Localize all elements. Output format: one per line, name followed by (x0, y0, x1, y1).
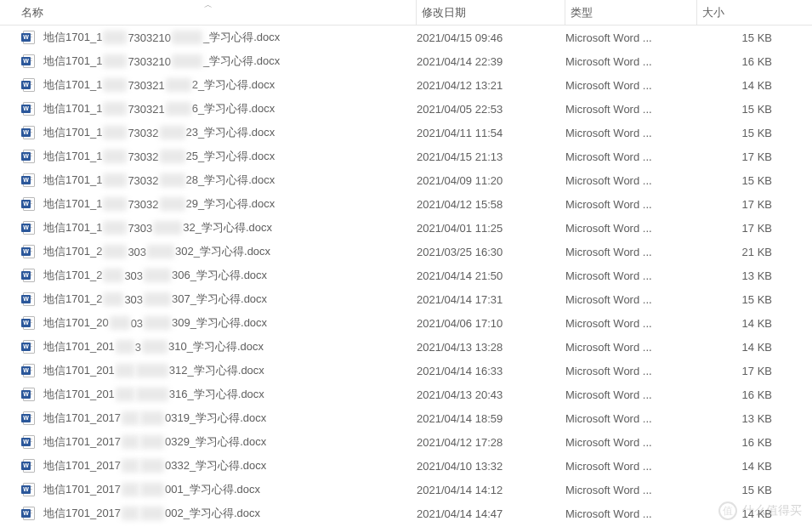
file-row[interactable]: W地信1701_17303210_学习心得.docx2021/04/15 09:… (0, 26, 812, 49)
file-row[interactable]: W地信1701_2303307_学习心得.docx2021/04/14 17:3… (0, 287, 812, 311)
column-header-date[interactable]: 修改日期 (417, 0, 565, 25)
file-size-cell: 15 KB (697, 31, 791, 44)
file-row[interactable]: W地信1701_2303306_学习心得.docx2021/04/14 21:5… (0, 264, 812, 287)
file-name-cell[interactable]: W地信1701_20170319_学习心得.docx (0, 411, 417, 426)
file-row[interactable]: W地信1701_17303225_学习心得.docx2021/04/15 21:… (0, 144, 812, 168)
file-size-cell: 17 KB (697, 365, 791, 377)
file-name-cell[interactable]: W地信1701_2303307_学习心得.docx (0, 292, 417, 307)
word-document-icon: W (21, 78, 35, 92)
file-row[interactable]: W地信1701_17303210_学习心得.docx2021/04/14 22:… (0, 49, 812, 73)
word-document-icon: W (21, 150, 35, 163)
file-name: 地信1701_17303229_学习心得.docx (43, 196, 275, 212)
file-date-cell: 2021/04/14 16:33 (417, 365, 565, 377)
file-type-cell: Microsoft Word ... (565, 174, 697, 187)
file-name-cell[interactable]: W地信1701_20170329_学习心得.docx (0, 434, 417, 450)
file-row[interactable]: W地信1701_20170329_学习心得.docx2021/04/12 17:… (0, 430, 812, 454)
file-name-cell[interactable]: W地信1701_17303212_学习心得.docx (0, 77, 417, 93)
word-document-icon: W (21, 54, 35, 68)
file-type-cell: Microsoft Word ... (565, 150, 697, 163)
file-size-cell: 15 KB (697, 103, 791, 116)
file-name: 地信1701_17303216_学习心得.docx (43, 101, 275, 116)
file-name-cell[interactable]: W地信1701_17303229_学习心得.docx (0, 196, 417, 212)
file-size-cell: 21 KB (697, 246, 791, 258)
word-document-icon: W (21, 507, 35, 520)
file-name-cell[interactable]: W地信1701_17303216_学习心得.docx (0, 101, 417, 116)
file-name-cell[interactable]: W地信1701_17303225_学习心得.docx (0, 149, 417, 164)
file-row[interactable]: W地信1701_2003309_学习心得.docx2021/04/06 17:1… (0, 311, 812, 335)
word-document-icon: W (21, 102, 35, 116)
file-name-cell[interactable]: W地信1701_2017001_学习心得.docx (0, 482, 417, 497)
file-date-cell: 2021/04/06 17:10 (417, 317, 565, 330)
file-name-cell[interactable]: W地信1701_201316_学习心得.docx (0, 387, 417, 402)
file-row[interactable]: W地信1701_2017001_学习心得.docx2021/04/14 14:1… (0, 478, 812, 502)
file-row[interactable]: W地信1701_17303216_学习心得.docx2021/04/05 22:… (0, 97, 812, 121)
file-size-cell: 14 KB (697, 341, 791, 354)
file-name-cell[interactable]: W地信1701_2303306_学习心得.docx (0, 268, 417, 283)
file-name: 地信1701_201312_学习心得.docx (43, 363, 264, 378)
file-row[interactable]: W地信1701_2017002_学习心得.docx2021/04/14 14:4… (0, 502, 812, 525)
file-row[interactable]: W地信1701_20170332_学习心得.docx2021/04/10 13:… (0, 454, 812, 478)
file-name-cell[interactable]: W地信1701_17303210_学习心得.docx (0, 30, 417, 45)
file-name-cell[interactable]: W地信1701_17303228_学习心得.docx (0, 173, 417, 188)
file-name: 地信1701_17303210_学习心得.docx (43, 54, 280, 69)
file-size-cell: 16 KB (697, 55, 791, 68)
file-name-cell[interactable]: W地信1701_17303223_学习心得.docx (0, 125, 417, 140)
file-date-cell: 2021/04/13 13:28 (417, 341, 565, 354)
column-header-size-label: 大小 (702, 5, 724, 20)
file-name-cell[interactable]: W地信1701_1730332_学习心得.docx (0, 220, 417, 235)
word-document-icon: W (21, 245, 35, 258)
word-document-icon: W (21, 292, 35, 306)
file-name-cell[interactable]: W地信1701_201312_学习心得.docx (0, 363, 417, 378)
file-name-cell[interactable]: W地信1701_17303210_学习心得.docx (0, 54, 417, 69)
file-row[interactable]: W地信1701_1730332_学习心得.docx2021/04/01 11:2… (0, 216, 812, 240)
file-name-cell[interactable]: W地信1701_2303302_学习心得.docx (0, 244, 417, 259)
word-document-icon: W (21, 31, 35, 44)
file-type-cell: Microsoft Word ... (565, 460, 697, 473)
file-name-cell[interactable]: W地信1701_2017002_学习心得.docx (0, 506, 417, 521)
file-name-cell[interactable]: W地信1701_2013310_学习心得.docx (0, 339, 417, 354)
file-type-cell: Microsoft Word ... (565, 388, 697, 401)
file-row[interactable]: W地信1701_201312_学习心得.docx2021/04/14 16:33… (0, 359, 812, 382)
file-date-cell: 2021/04/11 11:54 (417, 127, 565, 139)
file-name: 地信1701_1730332_学习心得.docx (43, 220, 272, 235)
file-row[interactable]: W地信1701_201316_学习心得.docx2021/04/13 20:43… (0, 382, 812, 406)
file-row[interactable]: W地信1701_2303302_学习心得.docx2021/03/25 16:3… (0, 240, 812, 264)
column-header-size[interactable]: 大小 (697, 0, 791, 25)
column-header-name[interactable]: 名称 ︿ (0, 0, 417, 25)
file-type-cell: Microsoft Word ... (565, 507, 697, 520)
file-size-cell: 15 KB (697, 293, 791, 306)
file-type-cell: Microsoft Word ... (565, 79, 697, 92)
file-row[interactable]: W地信1701_2013310_学习心得.docx2021/04/13 13:2… (0, 335, 812, 359)
file-date-cell: 2021/04/14 17:31 (417, 293, 565, 306)
file-date-cell: 2021/04/15 21:13 (417, 150, 565, 163)
file-date-cell: 2021/04/12 17:28 (417, 436, 565, 449)
file-name: 地信1701_20170329_学习心得.docx (43, 434, 266, 450)
file-row[interactable]: W地信1701_20170319_学习心得.docx2021/04/14 18:… (0, 406, 812, 430)
file-name-cell[interactable]: W地信1701_20170332_学习心得.docx (0, 458, 417, 473)
file-row[interactable]: W地信1701_17303229_学习心得.docx2021/04/12 15:… (0, 192, 812, 216)
file-type-cell: Microsoft Word ... (565, 365, 697, 377)
file-name: 地信1701_17303225_学习心得.docx (43, 149, 275, 164)
column-header-date-label: 修改日期 (422, 5, 466, 20)
file-type-cell: Microsoft Word ... (565, 484, 697, 496)
file-size-cell: 15 KB (697, 127, 791, 139)
word-document-icon: W (21, 459, 35, 473)
file-type-cell: Microsoft Word ... (565, 293, 697, 306)
file-type-cell: Microsoft Word ... (565, 341, 697, 354)
file-type-cell: Microsoft Word ... (565, 55, 697, 68)
word-document-icon: W (21, 316, 35, 330)
file-row[interactable]: W地信1701_17303228_学习心得.docx2021/04/09 11:… (0, 168, 812, 192)
file-name: 地信1701_2003309_学习心得.docx (43, 315, 267, 331)
word-document-icon: W (21, 340, 35, 354)
file-name-cell[interactable]: W地信1701_2003309_学习心得.docx (0, 315, 417, 331)
file-name: 地信1701_2303307_学习心得.docx (43, 292, 267, 307)
file-type-cell: Microsoft Word ... (565, 436, 697, 449)
file-date-cell: 2021/04/01 11:25 (417, 222, 565, 235)
file-row[interactable]: W地信1701_17303212_学习心得.docx2021/04/12 13:… (0, 73, 812, 97)
watermark: 值 什么值得买 (718, 502, 802, 520)
column-header-type[interactable]: 类型 (565, 0, 697, 25)
file-name: 地信1701_2017001_学习心得.docx (43, 482, 260, 497)
file-type-cell: Microsoft Word ... (565, 103, 697, 116)
file-row[interactable]: W地信1701_17303223_学习心得.docx2021/04/11 11:… (0, 121, 812, 144)
file-size-cell: 13 KB (697, 412, 791, 425)
